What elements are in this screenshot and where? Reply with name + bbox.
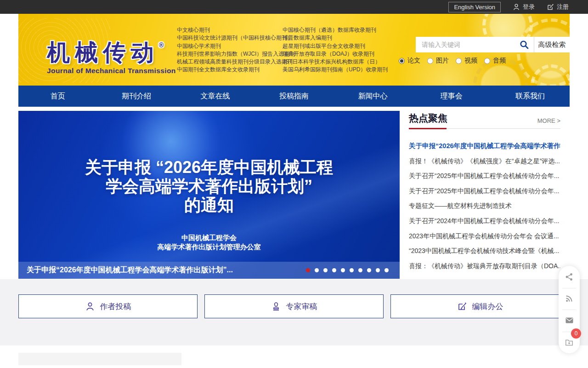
honor-item: 中国科技论文统计源期刊（中国科技核心期刊） xyxy=(177,34,295,42)
hot-focus-panel: 热点聚焦 MORE > 关于申报“2026年度中国机械工程学会高端学术著作...… xyxy=(409,113,560,273)
rss-icon xyxy=(565,294,574,303)
news-item[interactable]: “2023中国机械工程学会机械传动技术峰会暨《机械... xyxy=(409,243,560,259)
honors-list-right: 中国核心期刊（遴选）数据库收录期刊维普数据库入编期刊超星期刊域出版平台全文收录期… xyxy=(283,26,388,74)
radio-circle-icon xyxy=(484,58,490,64)
english-version-button[interactable]: English Version xyxy=(448,2,501,12)
nav-item[interactable]: 理事会 xyxy=(412,86,491,107)
share-icon xyxy=(565,272,574,282)
login-link[interactable]: 登录 xyxy=(513,3,535,11)
nav-item[interactable]: 投稿指南 xyxy=(254,86,333,107)
honors-list-left: 中文核心期刊中国科技论文统计源期刊（中国科技核心期刊）中国核心学术期刊科技期刊世… xyxy=(177,26,295,74)
register-link[interactable]: 注册 xyxy=(547,3,569,11)
advanced-search-button[interactable]: 高级检索 xyxy=(534,37,570,52)
radio-label: 视频 xyxy=(464,57,477,65)
search-bar: 高级检索 xyxy=(416,37,570,52)
nav-item[interactable]: 文章在线 xyxy=(176,86,254,107)
banner-organization: 中国机械工程学会 高端学术著作出版计划管理办公室 xyxy=(18,233,400,252)
logo-title: 机械传动® xyxy=(47,32,176,65)
radio-label: 图片 xyxy=(436,57,449,65)
radio-label: 音频 xyxy=(493,57,506,65)
folder-plus-icon xyxy=(565,338,574,347)
journal-logo[interactable]: 机械传动® Journal of Mechanical Transmission xyxy=(47,32,176,75)
radio-circle-icon xyxy=(456,58,462,64)
banner-carousel[interactable]: 关于申报 “2026年度中国机械工程 学会高端学术著作出版计划” 的通知 中国机… xyxy=(18,111,400,279)
login-label: 登录 xyxy=(523,3,535,11)
expert-review-button[interactable]: 专家审稿 xyxy=(204,294,384,318)
page: English Version 登录 注册 机械传动® Journal of M… xyxy=(0,0,588,368)
editor-office-label: 编辑办公 xyxy=(472,301,503,312)
carousel-dot[interactable] xyxy=(358,268,362,272)
main-content: 关于申报 “2026年度中国机械工程 学会高端学术著作出版计划” 的通知 中国机… xyxy=(18,107,570,279)
nav-item[interactable]: 联系我们 xyxy=(491,86,570,107)
honor-item: 中文核心期刊 xyxy=(177,26,295,34)
honor-item: 维普数据库入编期刊 xyxy=(283,34,388,42)
carousel-dot[interactable] xyxy=(315,268,319,272)
hot-focus-title: 热点聚焦 xyxy=(409,112,447,128)
author-person-icon xyxy=(85,301,95,311)
news-item[interactable]: 关于召开“2025年中国机械工程学会机械传动分会年... xyxy=(409,184,560,199)
expert-review-label: 专家审稿 xyxy=(286,301,317,312)
banner-title: 关于申报 “2026年度中国机械工程 学会高端学术著作出版计划” 的通知 xyxy=(18,158,400,214)
search-icon xyxy=(519,40,529,50)
honor-item: JST日本科学技术振兴机构数据库（日） xyxy=(283,58,388,66)
news-item[interactable]: 关于申报“2026年度中国机械工程学会高端学术著作... xyxy=(409,138,560,154)
search-type-radio[interactable]: 音频 xyxy=(484,57,506,65)
search-input[interactable] xyxy=(416,41,514,48)
nav-item[interactable]: 新闻中心 xyxy=(334,86,412,107)
carousel-dot[interactable] xyxy=(376,268,380,272)
carousel-dot[interactable] xyxy=(306,268,310,272)
author-submission-button[interactable]: 作者投稿 xyxy=(18,294,198,318)
radio-circle-icon xyxy=(427,58,433,64)
registered-mark: ® xyxy=(159,41,164,49)
main-navigation: 首页期刊介绍文章在线投稿指南新闻中心理事会联系我们 xyxy=(18,86,570,107)
notification-badge: 0 xyxy=(571,328,581,339)
editor-office-button[interactable]: 编辑办公 xyxy=(390,294,570,318)
news-item[interactable]: 关于召开“2024年中国机械工程学会机械传动分会年... xyxy=(409,213,560,229)
rss-button[interactable] xyxy=(559,288,580,310)
carousel-dot[interactable] xyxy=(341,268,345,272)
carousel-dots xyxy=(306,268,389,272)
expert-stamp-icon xyxy=(271,301,281,311)
search-type-radio[interactable]: 论文 xyxy=(399,57,420,65)
user-icon xyxy=(513,3,520,11)
carousel-caption[interactable]: 关于申报“2026年度中国机械工程学会高端学术著作出版计划”... xyxy=(27,265,306,275)
honor-item: 美国乌利希国际期刊指南（UPD）收录期刊 xyxy=(283,66,388,74)
news-item[interactable]: 喜报：《机械传动》被瑞典开放存取期刊目录（DOA... xyxy=(409,259,560,274)
honor-item: 中国期刊全文数据库全文收录期刊 xyxy=(177,66,295,74)
search-type-radio[interactable]: 图片 xyxy=(427,57,449,65)
honor-item: 超星期刊域出版平台全文收录期刊 xyxy=(283,42,388,50)
hot-focus-header: 热点聚焦 MORE > xyxy=(409,113,560,129)
site-header: 机械传动® Journal of Mechanical Transmission… xyxy=(18,14,570,86)
carousel-dot[interactable] xyxy=(323,268,328,272)
envelope-icon xyxy=(565,316,574,325)
register-label: 注册 xyxy=(557,3,569,11)
logo-subtitle: Journal of Mechanical Transmission xyxy=(47,67,176,75)
radio-circle-icon xyxy=(399,58,405,64)
carousel-dot[interactable] xyxy=(384,268,389,272)
radio-label: 论文 xyxy=(407,57,420,65)
search-button[interactable] xyxy=(514,37,534,52)
honor-item: 瑞典开放存取目录（DOAJ）收录期刊 xyxy=(283,50,388,58)
carousel-dot[interactable] xyxy=(367,268,371,272)
quick-links-section: 作者投稿 专家审稿 编辑办公 xyxy=(0,279,588,345)
hot-focus-list: 关于申报“2026年度中国机械工程学会高端学术著作...喜报！《机械传动》《机械… xyxy=(409,138,560,273)
news-item[interactable]: 喜报！《机械传动》《机械强度》在“卓越之星”评选... xyxy=(409,154,560,169)
nav-item[interactable]: 首页 xyxy=(18,86,97,107)
carousel-dot[interactable] xyxy=(332,268,336,272)
floating-toolbar: 0 xyxy=(559,266,580,353)
search-type-options: 论文 图片 视频 音频 xyxy=(399,57,506,65)
news-item[interactable]: 专题征文——航空材料先进制造技术 xyxy=(409,198,560,213)
search-type-radio[interactable]: 视频 xyxy=(456,57,477,65)
news-item[interactable]: 关于召开“2025年中国机械工程学会机械传动分会年... xyxy=(409,168,560,184)
top-utility-bar: English Version 登录 注册 xyxy=(0,0,588,14)
news-item[interactable]: 2023年中国机械工程学会机械传动分会年会 会议通... xyxy=(409,229,560,244)
author-submission-label: 作者投稿 xyxy=(100,301,131,312)
honor-item: 科技期刊世界影响力指数（WJCI）报告入选期刊 xyxy=(177,50,295,58)
carousel-dot[interactable] xyxy=(350,268,354,272)
register-edit-icon xyxy=(547,3,554,11)
honor-item: 中国核心期刊（遴选）数据库收录期刊 xyxy=(283,26,388,34)
hot-focus-more-link[interactable]: MORE > xyxy=(537,117,560,128)
share-button[interactable] xyxy=(559,266,580,288)
nav-item[interactable]: 期刊介绍 xyxy=(97,86,175,107)
carousel-caption-bar: 关于申报“2026年度中国机械工程学会高端学术著作出版计划”... xyxy=(18,262,400,279)
